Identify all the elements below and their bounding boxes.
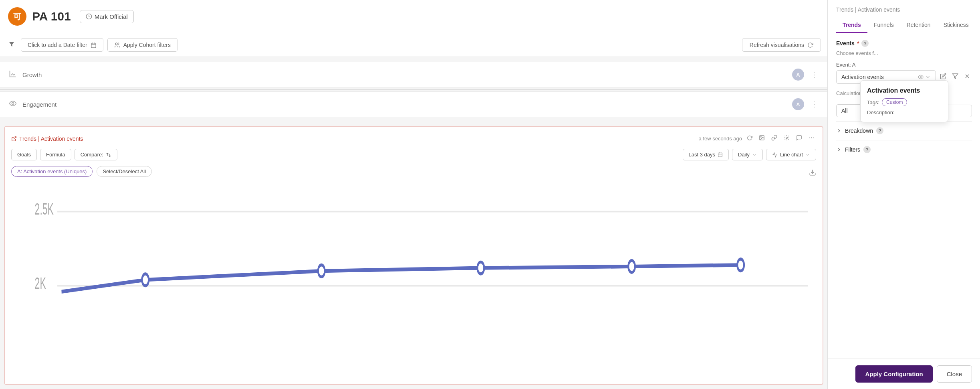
tab-retention[interactable]: Retention [900,18,937,33]
insight-separator [0,89,827,90]
events-help-icon[interactable]: ? [861,40,869,47]
avatar-growth: A [792,69,804,81]
breakdown-chevron-icon [836,128,842,134]
download-button[interactable] [809,169,816,178]
app-logo: 可 [8,7,26,26]
formula-button[interactable]: Formula [40,149,71,160]
filters-section[interactable]: Filters ? [836,140,972,159]
insight-menu-growth[interactable]: ⋮ [809,69,819,81]
chart-header: Trends | Activation events a few seconds… [11,133,816,144]
edit-icon [940,73,946,79]
tooltip-title: Activation events [867,87,942,94]
svg-point-25 [737,259,744,271]
interval-button[interactable]: Daily [732,149,763,160]
insight-row-growth[interactable]: Growth A ⋮ [0,62,827,87]
filter-event-icon [952,73,958,79]
select-deselect-all-button[interactable]: Select/Deselect All [97,166,152,177]
insight-menu-engagement[interactable]: ⋮ [809,98,819,110]
chart-svg: 2.5K 2K [11,185,816,378]
svg-point-9 [760,136,761,137]
tab-flows[interactable]: Flows [975,18,980,33]
event-chevron-down-icon [925,74,931,80]
more-icon [809,135,815,141]
close-event-button[interactable] [962,71,972,83]
svg-rect-1 [91,43,96,47]
tooltip-tags-label: Tags: [867,99,879,105]
filter-icon-button[interactable] [6,39,17,51]
date-range-button[interactable]: Last 3 days [683,149,729,160]
tab-funnels[interactable]: Funnels [867,18,900,33]
svg-point-5 [115,43,117,45]
filters-help-icon[interactable]: ? [863,146,871,153]
right-panel-footer: Apply Configuration Close [828,359,980,389]
chart-timestamp: a few seconds ago [699,136,742,142]
chart-controls: Goals Formula Compare: Last 3 days Daily… [11,149,816,160]
svg-point-13 [813,138,814,138]
svg-point-6 [12,102,14,104]
download-image-button[interactable] [757,133,766,144]
chart-panel: Trends | Activation events a few seconds… [4,126,823,385]
svg-point-26 [920,76,922,78]
events-required-marker: * [857,40,859,47]
tab-trends[interactable]: Trends [836,18,867,33]
date-range-calendar-icon [718,152,723,157]
insights-list: Growth A ⋮ Engagement A ⋮ [0,57,827,122]
tooltip-description: Description: [867,109,942,115]
legend-series-button[interactable]: A: Activation events (Uniques) [11,166,93,177]
badge-icon [86,13,92,20]
more-options-button[interactable] [807,133,816,144]
mark-official-button[interactable]: Mark Official [80,10,134,23]
chart-refresh-icon [747,135,752,141]
avatar-engagement: A [792,98,804,110]
line-chart-icon [772,152,778,158]
link-icon [771,135,777,141]
filters-label: Filters [845,146,860,153]
compare-button[interactable]: Compare: [75,149,117,160]
tooltip-popup: Activation events Tags: Custom Descripti… [860,80,948,122]
svg-point-10 [786,137,788,139]
breakdown-help-icon[interactable]: ? [876,127,883,134]
tooltip-tags: Tags: Custom [867,98,942,106]
refresh-button[interactable]: Refresh visualisations [742,38,821,52]
choose-events-text: Choose events f... [836,50,972,56]
refresh-icon [807,42,813,48]
calculation-label: Calculation [836,90,862,96]
toolbar: Click to add a Date filter Apply Cohort … [0,33,827,57]
events-label: Events * ? [836,40,972,47]
filter-event-button[interactable] [950,71,960,83]
svg-point-11 [809,138,810,138]
cohort-icon [114,42,120,48]
cohort-filter-button[interactable]: Apply Cohort filters [107,38,177,52]
filters-chevron-icon [836,147,842,152]
insight-row-engagement[interactable]: Engagement A ⋮ [0,91,827,117]
date-filter-button[interactable]: Click to add a Date filter [21,38,103,52]
chart-type-button[interactable]: Line chart [766,149,816,160]
chart-legend: A: Activation events (Uniques) Select/De… [11,166,152,177]
custom-tag-badge: Custom [882,98,907,106]
svg-point-21 [142,274,149,286]
chart-type-chevron-icon [805,152,810,157]
tab-stickiness[interactable]: Stickiness [937,18,975,33]
svg-point-22 [318,265,325,277]
y-label-2000: 2K [35,274,46,292]
settings-button[interactable] [782,133,791,144]
external-link-icon [11,136,17,142]
insight-name-engagement: Engagement [22,101,787,108]
eye-icon [918,74,924,80]
compare-arrows-icon [106,152,111,158]
link-button[interactable] [770,133,779,144]
chart-header-right: a few seconds ago [699,133,816,144]
growth-icon [8,70,18,80]
chart-refresh-icon-button[interactable] [745,134,754,144]
calendar-icon [91,42,97,48]
goals-button[interactable]: Goals [11,149,37,160]
chart-title-link[interactable]: Trends | Activation events [11,136,83,142]
interval-chevron-icon [752,152,757,157]
svg-point-12 [811,138,812,138]
close-button[interactable]: Close [937,365,972,383]
right-panel-header: Trends | Activation events Trends Funnel… [828,0,980,33]
svg-line-7 [14,136,16,139]
breakdown-section[interactable]: Breakdown ? [836,121,972,140]
comment-button[interactable] [794,133,804,144]
apply-configuration-button[interactable]: Apply Configuration [855,365,932,383]
